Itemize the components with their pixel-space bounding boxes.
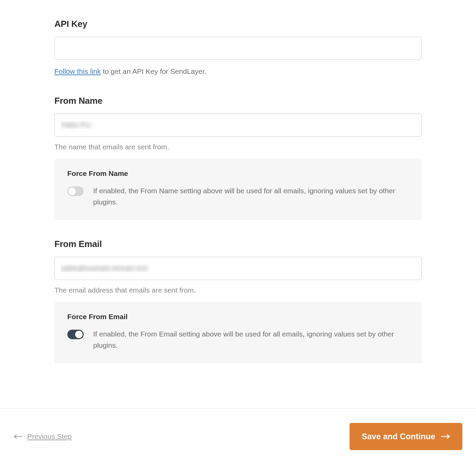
force-from-name-desc: If enabled, the From Name setting above …: [93, 185, 409, 208]
from-email-section: From Email The email address that emails…: [54, 239, 422, 363]
arrow-right-icon: [441, 434, 450, 439]
from-name-helper: The name that emails are sent from.: [54, 143, 422, 151]
force-from-email-panel: Force From Email If enabled, the From Em…: [54, 302, 422, 363]
from-name-label: From Name: [54, 96, 422, 106]
from-name-input[interactable]: [54, 114, 422, 137]
api-key-label: API Key: [54, 19, 422, 29]
force-from-email-toggle[interactable]: [67, 330, 84, 339]
save-continue-button[interactable]: Save and Continue: [350, 423, 462, 450]
api-key-helper: Follow this link to get an API Key for S…: [54, 66, 422, 77]
api-key-section: API Key Follow this link to get an API K…: [54, 19, 422, 77]
force-from-email-desc: If enabled, the From Email setting above…: [93, 328, 409, 351]
api-key-input[interactable]: [54, 37, 422, 60]
force-from-name-toggle[interactable]: [67, 186, 84, 196]
force-from-email-title: Force From Email: [67, 313, 409, 321]
arrow-left-icon: [14, 434, 23, 439]
from-email-label: From Email: [54, 239, 422, 249]
api-key-link[interactable]: Follow this link: [54, 67, 101, 75]
previous-step-label: Previous Step: [27, 432, 72, 441]
previous-step-button[interactable]: Previous Step: [14, 432, 72, 441]
api-key-helper-text: to get an API Key for SendLayer.: [101, 67, 207, 75]
from-name-section: From Name The name that emails are sent …: [54, 96, 422, 220]
force-from-name-panel: Force From Name If enabled, the From Nam…: [54, 159, 422, 220]
save-continue-label: Save and Continue: [362, 432, 435, 441]
footer: Previous Step Save and Continue: [0, 408, 476, 450]
from-email-helper: The email address that emails are sent f…: [54, 286, 422, 294]
force-from-name-title: Force From Name: [67, 169, 409, 178]
from-email-input[interactable]: [54, 257, 422, 280]
